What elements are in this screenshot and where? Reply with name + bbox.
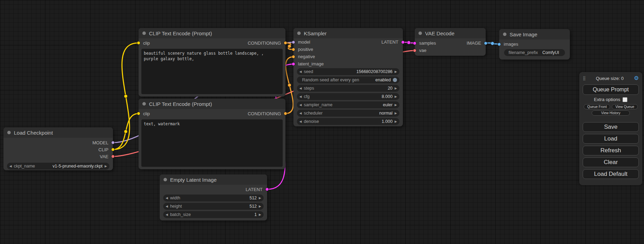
input-dot-vae[interactable] [413,49,416,52]
node-vae-decode[interactable]: VAE Decode samples IMAGE vae [415,28,486,56]
save-button[interactable]: Save [583,122,639,132]
clear-button[interactable]: Clear [583,157,639,167]
decrement-arrow-icon[interactable]: ◀ [166,205,168,208]
decrement-arrow-icon[interactable]: ◀ [299,112,302,115]
input-slot-images: images [499,40,570,48]
widget-batch-size[interactable]: ◀ batch_size 1 ▶ [163,211,264,218]
extra-options-checkbox[interactable] [623,97,627,102]
view-history-button[interactable]: View History [592,110,630,116]
widget-seed[interactable]: ◀ seed 156680208700286 ▶ [297,68,399,75]
collapse-dot-icon[interactable] [503,33,506,36]
node-title: VAE Decode [425,30,455,36]
node-load-checkpoint[interactable]: Load Checkpoint MODEL CLIP VAE ◀ ckpt_na… [3,127,113,170]
increment-arrow-icon[interactable]: ▶ [395,87,397,90]
widget-value: 1 [254,212,257,217]
widget-filename-prefix[interactable]: filename_prefix ComfyUI [504,49,565,56]
input-dot-images[interactable] [497,43,501,46]
node-title-bar[interactable]: KSampler [293,28,403,38]
input-dot-model[interactable] [292,40,295,44]
widget-random-seed-toggle[interactable]: Random seed after every gen enabled [297,76,399,83]
increment-arrow-icon[interactable]: ▶ [395,70,397,73]
widget-scheduler[interactable]: ◀ scheduler normal ▶ [297,110,399,117]
widget-label: seed [304,69,313,74]
widget-label: filename_prefix [509,50,538,55]
increment-arrow-icon[interactable]: ▶ [259,197,261,200]
output-dot-latent[interactable] [265,188,269,191]
increment-arrow-icon[interactable]: ▶ [395,112,397,115]
output-dot-model[interactable] [111,141,115,144]
decrement-arrow-icon[interactable]: ◀ [299,120,302,123]
collapse-dot-icon[interactable] [142,31,146,35]
settings-gear-icon[interactable]: ⚙ [634,75,639,81]
widget-cfg[interactable]: ◀ cfg 8.000 ▶ [297,93,399,100]
increment-arrow-icon[interactable]: ▶ [259,213,261,216]
collapse-dot-icon[interactable] [142,102,146,106]
increment-arrow-icon[interactable]: ▶ [395,103,397,107]
input-dot-samples[interactable] [413,42,416,45]
node-title-bar[interactable]: Empty Latent Image [160,174,267,185]
increment-arrow-icon[interactable]: ▶ [395,120,397,123]
input-dot-positive[interactable] [292,48,295,51]
view-queue-button[interactable]: View Queue [612,104,637,109]
node-title-bar[interactable]: CLIP Text Encode (Prompt) [139,28,285,38]
node-clip-text-encode-negative[interactable]: CLIP Text Encode (Prompt) clip CONDITION… [139,99,285,169]
decrement-arrow-icon[interactable]: ◀ [166,197,168,200]
widget-width[interactable]: ◀ width 512 ▶ [163,195,264,201]
input-dot-clip[interactable] [137,112,140,115]
node-title-bar[interactable]: Save Image [499,29,570,39]
queue-prompt-button[interactable]: Queue Prompt [583,84,639,95]
output-dot-conditioning[interactable] [284,41,287,45]
prompt-textarea[interactable]: text, watermark [141,119,283,167]
increment-arrow-icon[interactable]: ▶ [259,205,261,208]
collapse-dot-icon[interactable] [164,178,167,181]
queue-size-label: Queue size: 0 [586,76,634,81]
node-clip-text-encode-positive[interactable]: CLIP Text Encode (Prompt) clip CONDITION… [139,28,285,97]
decrement-arrow-icon[interactable]: ◀ [166,213,168,216]
input-dot-negative[interactable] [292,55,295,58]
decrement-arrow-icon[interactable]: ◀ [299,103,302,107]
increment-arrow-icon[interactable]: ▶ [395,95,397,98]
load-button[interactable]: Load [583,134,639,144]
input-label-images: images [504,42,518,47]
output-slot-model: MODEL [3,139,113,146]
node-title: CLIP Text Encode (Prompt) [149,101,212,107]
output-dot-image[interactable] [484,42,487,45]
widget-ckpt-name[interactable]: ◀ ckpt_name v1-5-pruned-emaonly.ckpt ▶ [7,163,109,170]
node-empty-latent-image[interactable]: Empty Latent Image LATENT ◀ width 512 ▶ … [160,174,267,220]
decrement-arrow-icon[interactable]: ◀ [299,95,302,98]
node-title-bar[interactable]: CLIP Text Encode (Prompt) [139,99,285,109]
output-dot-vae[interactable] [111,155,115,158]
node-title: Load Checkpoint [14,130,53,136]
decrement-arrow-icon[interactable]: ◀ [9,165,12,168]
widget-height[interactable]: ◀ height 512 ▶ [163,203,264,210]
increment-arrow-icon[interactable]: ▶ [105,165,107,168]
load-default-button[interactable]: Load Default [583,169,639,179]
prompt-textarea[interactable]: beautiful scenery nature glass bottle la… [141,49,283,94]
widget-steps[interactable]: ◀ steps 20 ▶ [297,85,399,92]
input-dot-clip[interactable] [137,41,140,45]
node-title-bar[interactable]: VAE Decode [415,28,486,38]
widget-sampler-name[interactable]: ◀ sampler_name euler ▶ [297,101,399,108]
decrement-arrow-icon[interactable]: ◀ [299,87,302,90]
node-ksampler[interactable]: KSampler model LATENT positive negative … [293,28,403,126]
input-slot-latent-image: latent_image [293,60,403,67]
queue-front-button[interactable]: Queue Front [584,104,610,109]
decrement-arrow-icon[interactable]: ◀ [299,70,302,73]
widget-denoise[interactable]: ◀ denoise 1.000 ▶ [297,118,399,125]
output-dot-clip[interactable] [111,148,115,151]
output-dot-latent[interactable] [401,40,405,44]
widget-value: 156680208700286 [356,69,392,74]
toggle-indicator-icon[interactable] [393,78,397,82]
refresh-button[interactable]: Refresh [583,146,639,155]
collapse-dot-icon[interactable] [418,31,422,35]
output-slot-vae: VAE [3,153,113,160]
collapse-dot-icon[interactable] [7,131,11,134]
input-dot-latent-image[interactable] [292,62,295,66]
node-save-image[interactable]: Save Image images filename_prefix ComfyU… [499,29,570,60]
queue-menu-panel: ⣿ Queue size: 0 ⚙ Queue Prompt Extra opt… [579,72,642,185]
output-label-image: IMAGE [467,40,481,46]
node-title-bar[interactable]: Load Checkpoint [3,127,113,138]
output-dot-conditioning[interactable] [284,112,287,115]
drag-handle-icon[interactable]: ⣿ [583,76,586,81]
collapse-dot-icon[interactable] [297,31,301,35]
